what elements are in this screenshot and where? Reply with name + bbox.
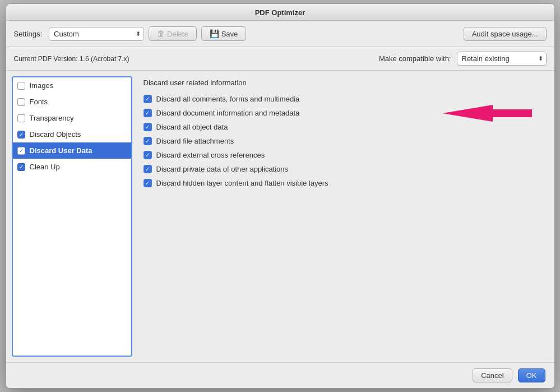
arrow-annotation — [442, 105, 532, 122]
compat-label: Make compatible with: — [379, 54, 451, 63]
delete-button[interactable]: 🗑 Delete — [149, 26, 197, 41]
checkbox-comments[interactable]: ✓ — [144, 95, 152, 103]
pdf-version-text: Current PDF Version: 1.6 (Acrobat 7.x) — [14, 55, 129, 63]
checkbox-cross-refs[interactable]: ✓ — [144, 151, 152, 159]
footer: Cancel OK — [6, 362, 554, 388]
compat-section: Make compatible with: Retain existing ⬍ — [379, 52, 547, 66]
pdf-optimizer-window: PDF Optimizer Settings: Custom ⬍ 🗑 Delet… — [6, 3, 555, 389]
delete-icon: 🗑 — [157, 29, 165, 38]
titlebar: PDF Optimizer — [6, 4, 554, 21]
checkmark-icon: ✓ — [145, 181, 150, 186]
compat-select-wrapper: Retain existing ⬍ — [457, 52, 547, 66]
main-content: ImagesFontsTransparency✓Discard Objects✓… — [6, 71, 554, 362]
svg-marker-0 — [442, 105, 532, 122]
info-bar: Current PDF Version: 1.6 (Acrobat 7.x) M… — [6, 47, 554, 71]
option-label-comments: Discard all comments, forms and multimed… — [156, 95, 300, 103]
audit-space-button[interactable]: Audit space usage... — [464, 27, 547, 41]
cancel-button[interactable]: Cancel — [473, 368, 512, 382]
checkbox-images — [17, 82, 25, 90]
checkmark-icon: ✓ — [145, 139, 150, 144]
sidebar-item-discard-objects[interactable]: ✓Discard Objects — [13, 126, 131, 142]
toolbar: Settings: Custom ⬍ 🗑 Delete 💾 Save Audit… — [6, 21, 554, 47]
checkmark-icon: ✓ — [145, 124, 150, 130]
panel: Discard user related information ✓Discar… — [132, 71, 554, 362]
sidebar-item-transparency[interactable]: Transparency — [13, 110, 131, 126]
option-row-metadata: ✓Discard document information and metada… — [144, 109, 543, 117]
option-row-cross-refs: ✓Discard external cross references — [144, 151, 543, 159]
sidebar-item-discard-user-data[interactable]: ✓Discard User Data — [13, 142, 131, 159]
checkbox-private-data[interactable]: ✓ — [144, 165, 152, 173]
settings-select-wrapper: Custom ⬍ — [49, 27, 144, 41]
option-label-object-data: Discard all object data — [156, 123, 228, 131]
checkbox-transparency — [17, 114, 25, 122]
compat-select[interactable]: Retain existing — [457, 52, 547, 66]
settings-label: Settings: — [14, 30, 43, 38]
option-label-attachments: Discard file attachments — [156, 137, 234, 145]
option-row-object-data: ✓Discard all object data — [144, 123, 543, 131]
sidebar-item-label-images: Images — [30, 81, 54, 90]
option-row-private-data: ✓Discard private data of other applicati… — [144, 165, 543, 173]
option-label-private-data: Discard private data of other applicatio… — [156, 165, 289, 173]
option-row-comments: ✓Discard all comments, forms and multime… — [144, 95, 543, 103]
sidebar-item-label-discard-user-data: Discard User Data — [30, 146, 92, 155]
checkbox-object-data[interactable]: ✓ — [144, 123, 152, 131]
checkmark-icon: ✓ — [145, 153, 150, 158]
window-title: PDF Optimizer — [255, 8, 306, 17]
ok-button[interactable]: OK — [518, 368, 545, 382]
checkmark-icon: ✓ — [145, 167, 150, 172]
sidebar-item-label-fonts: Fonts — [30, 98, 48, 106]
checkbox-fonts — [17, 98, 25, 106]
panel-section-title: Discard user related information — [144, 79, 543, 87]
option-row-attachments: ✓Discard file attachments — [144, 137, 543, 145]
checkmark-icon: ✓ — [145, 110, 150, 116]
checkbox-discard-user-data: ✓ — [17, 147, 25, 155]
settings-select[interactable]: Custom — [49, 27, 144, 41]
option-label-metadata: Discard document information and metadat… — [156, 109, 300, 117]
save-icon: 💾 — [210, 29, 219, 38]
sidebar-item-label-discard-objects: Discard Objects — [30, 130, 81, 139]
save-button[interactable]: 💾 Save — [201, 26, 247, 41]
option-row-hidden-layers: ✓Discard hidden layer content and flatte… — [144, 179, 543, 187]
option-label-hidden-layers: Discard hidden layer content and flatten… — [156, 179, 328, 187]
sidebar-item-images[interactable]: Images — [13, 77, 131, 94]
sidebar: ImagesFontsTransparency✓Discard Objects✓… — [12, 76, 132, 357]
checkbox-hidden-layers[interactable]: ✓ — [144, 179, 152, 187]
checkbox-discard-objects: ✓ — [17, 131, 25, 139]
checkbox-attachments[interactable]: ✓ — [144, 137, 152, 145]
sidebar-item-clean-up[interactable]: ✓Clean Up — [13, 159, 131, 175]
checkbox-metadata[interactable]: ✓ — [144, 109, 152, 117]
checkmark-icon: ✓ — [145, 96, 150, 102]
sidebar-item-fonts[interactable]: Fonts — [13, 94, 131, 110]
option-label-cross-refs: Discard external cross references — [156, 151, 265, 159]
checkbox-clean-up: ✓ — [17, 163, 25, 171]
sidebar-item-label-clean-up: Clean Up — [30, 163, 60, 171]
sidebar-item-label-transparency: Transparency — [30, 114, 74, 122]
